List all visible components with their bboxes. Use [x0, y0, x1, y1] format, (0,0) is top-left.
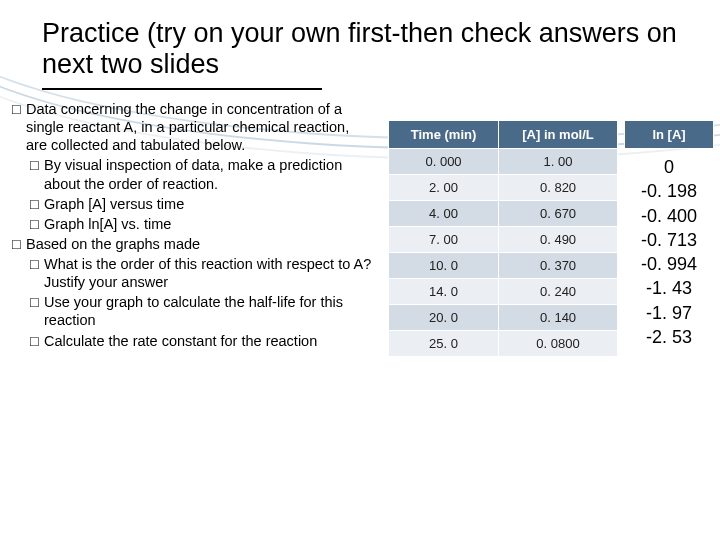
title-underline [42, 88, 322, 90]
bullet-marker: □ [30, 195, 44, 213]
table-row: 7. 000. 490 [389, 227, 618, 253]
bullet-marker: □ [12, 235, 26, 253]
table-row: 20. 00. 140 [389, 305, 618, 331]
bullet-marker: □ [30, 156, 44, 192]
slide-title: Practice (try on your own first-then che… [42, 18, 690, 80]
ln-value: -0. 198 [624, 179, 714, 203]
bullet-text: Graph ln[A] vs. time [44, 215, 374, 233]
bullet-text: Based on the graphs made [26, 235, 374, 253]
ln-value: -0. 400 [624, 204, 714, 228]
bullet-text: What is the order of this reaction with … [44, 255, 374, 291]
ln-value: -1. 43 [624, 276, 714, 300]
ln-value: 0 [624, 155, 714, 179]
ln-value: -0. 713 [624, 228, 714, 252]
bullet-marker: □ [12, 100, 26, 154]
table-row: 14. 00. 240 [389, 279, 618, 305]
ln-value: -0. 994 [624, 252, 714, 276]
col-header-ln: ln [A] [624, 120, 714, 149]
bullet-text: Use your graph to calculate the half-lif… [44, 293, 374, 329]
bullet-content: □ Data concerning the change in concentr… [12, 100, 374, 352]
table-row: 25. 00. 0800 [389, 331, 618, 357]
bullet-marker: □ [30, 215, 44, 233]
col-header-conc: [A] in mol/L [499, 121, 618, 149]
bullet-marker: □ [30, 255, 44, 291]
bullet-text: Graph [A] versus time [44, 195, 374, 213]
ln-value: -2. 53 [624, 325, 714, 349]
col-header-time: Time (min) [389, 121, 499, 149]
bullet-marker: □ [30, 293, 44, 329]
table-row: 4. 000. 670 [389, 201, 618, 227]
data-table: Time (min) [A] in mol/L 0. 0001. 00 2. 0… [388, 120, 618, 357]
table-row: 2. 000. 820 [389, 175, 618, 201]
ln-column: ln [A] 0 -0. 198 -0. 400 -0. 713 -0. 994… [624, 120, 714, 349]
bullet-text: Data concerning the change in concentrat… [26, 100, 374, 154]
table-row: 10. 00. 370 [389, 253, 618, 279]
bullet-marker: □ [30, 332, 44, 350]
table-row: 0. 0001. 00 [389, 149, 618, 175]
ln-value: -1. 97 [624, 301, 714, 325]
bullet-text: Calculate the rate constant for the reac… [44, 332, 374, 350]
bullet-text: By visual inspection of data, make a pre… [44, 156, 374, 192]
